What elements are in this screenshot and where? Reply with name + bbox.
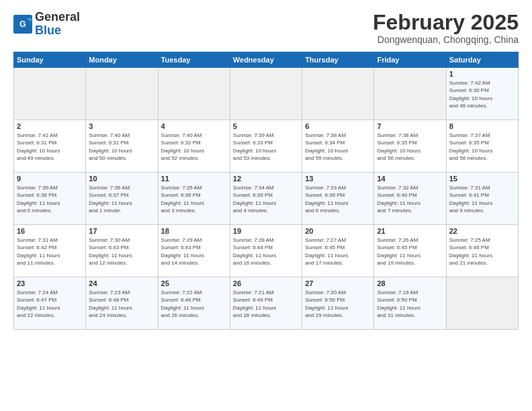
calendar-thead: SundayMondayTuesdayWednesdayThursdayFrid… — [14, 52, 519, 68]
calendar-cell — [158, 68, 230, 120]
weekday-header: Saturday — [446, 52, 518, 68]
day-info: Sunrise: 7:38 AM Sunset: 6:34 PM Dayligh… — [305, 132, 371, 162]
weekday-header: Wednesday — [230, 52, 302, 68]
calendar-week-row: 9Sunrise: 7:36 AM Sunset: 6:36 PM Daylig… — [14, 173, 519, 225]
day-info: Sunrise: 7:26 AM Sunset: 6:45 PM Dayligh… — [377, 236, 443, 267]
day-number: 4 — [161, 122, 227, 130]
day-number: 19 — [233, 227, 299, 235]
day-number: 15 — [449, 175, 515, 183]
day-number: 12 — [233, 175, 299, 183]
logo-general: General — [35, 10, 80, 24]
calendar-cell: 19Sunrise: 7:28 AM Sunset: 6:44 PM Dayli… — [230, 225, 302, 277]
calendar-page: G General Blue February 2025 Dongwenquan… — [0, 0, 532, 411]
calendar-cell: 11Sunrise: 7:35 AM Sunset: 6:38 PM Dayli… — [158, 173, 230, 225]
calendar-week-row: 16Sunrise: 7:31 AM Sunset: 6:42 PM Dayli… — [14, 225, 519, 277]
logo-text: General Blue — [35, 11, 80, 38]
day-info: Sunrise: 7:23 AM Sunset: 6:48 PM Dayligh… — [89, 289, 154, 319]
calendar-week-row: 23Sunrise: 7:24 AM Sunset: 6:47 PM Dayli… — [14, 277, 519, 330]
day-info: Sunrise: 7:27 AM Sunset: 6:45 PM Dayligh… — [305, 236, 371, 267]
day-info: Sunrise: 7:40 AM Sunset: 6:31 PM Dayligh… — [89, 132, 154, 162]
day-number: 25 — [161, 279, 227, 287]
logo: G General Blue — [13, 11, 80, 38]
calendar-cell: 27Sunrise: 7:20 AM Sunset: 6:50 PM Dayli… — [302, 277, 374, 330]
calendar-cell: 9Sunrise: 7:36 AM Sunset: 6:36 PM Daylig… — [14, 173, 86, 225]
day-info: Sunrise: 7:42 AM Sunset: 6:30 PM Dayligh… — [449, 79, 515, 109]
day-number: 23 — [17, 279, 83, 287]
weekday-header-row: SundayMondayTuesdayWednesdayThursdayFrid… — [14, 52, 519, 68]
day-info: Sunrise: 7:19 AM Sunset: 6:50 PM Dayligh… — [377, 289, 443, 319]
calendar-cell: 12Sunrise: 7:34 AM Sunset: 6:39 PM Dayli… — [230, 173, 302, 225]
calendar-cell: 6Sunrise: 7:38 AM Sunset: 6:34 PM Daylig… — [302, 120, 374, 173]
day-info: Sunrise: 7:37 AM Sunset: 6:35 PM Dayligh… — [449, 132, 515, 162]
day-info: Sunrise: 7:40 AM Sunset: 6:32 PM Dayligh… — [161, 132, 227, 162]
weekday-header: Tuesday — [158, 52, 230, 68]
day-number: 7 — [377, 122, 443, 130]
day-info: Sunrise: 7:21 AM Sunset: 6:49 PM Dayligh… — [233, 289, 299, 319]
logo-icon: G — [13, 15, 32, 34]
calendar-week-row: 2Sunrise: 7:41 AM Sunset: 6:31 PM Daylig… — [14, 120, 519, 173]
day-info: Sunrise: 7:29 AM Sunset: 6:43 PM Dayligh… — [161, 236, 227, 267]
day-number: 24 — [89, 279, 154, 287]
calendar-cell: 3Sunrise: 7:40 AM Sunset: 6:31 PM Daylig… — [86, 120, 158, 173]
day-info: Sunrise: 7:38 AM Sunset: 6:35 PM Dayligh… — [377, 132, 443, 162]
day-info: Sunrise: 7:33 AM Sunset: 6:39 PM Dayligh… — [305, 184, 371, 214]
day-number: 1 — [449, 70, 515, 78]
day-number: 10 — [89, 175, 154, 183]
calendar-subtitle: Dongwenquan, Chongqing, China — [373, 34, 519, 45]
day-number: 18 — [161, 227, 227, 235]
calendar-cell: 18Sunrise: 7:29 AM Sunset: 6:43 PM Dayli… — [158, 225, 230, 277]
calendar-cell: 14Sunrise: 7:32 AM Sunset: 6:40 PM Dayli… — [374, 173, 446, 225]
calendar-cell — [446, 277, 518, 330]
day-number: 13 — [305, 175, 371, 183]
day-number: 28 — [377, 279, 443, 287]
day-info: Sunrise: 7:32 AM Sunset: 6:40 PM Dayligh… — [377, 184, 443, 214]
logo-blue: Blue — [35, 24, 61, 37]
day-info: Sunrise: 7:25 AM Sunset: 6:46 PM Dayligh… — [449, 236, 515, 267]
day-info: Sunrise: 7:36 AM Sunset: 6:36 PM Dayligh… — [17, 184, 83, 214]
day-number: 20 — [305, 227, 371, 235]
calendar-cell: 13Sunrise: 7:33 AM Sunset: 6:39 PM Dayli… — [302, 173, 374, 225]
calendar-cell — [302, 68, 374, 120]
calendar-cell — [374, 68, 446, 120]
day-number: 3 — [89, 122, 154, 130]
svg-text:G: G — [19, 19, 26, 29]
calendar-cell: 8Sunrise: 7:37 AM Sunset: 6:35 PM Daylig… — [446, 120, 518, 173]
calendar-cell: 22Sunrise: 7:25 AM Sunset: 6:46 PM Dayli… — [446, 225, 518, 277]
calendar-title: February 2025 — [373, 11, 519, 34]
calendar-cell: 2Sunrise: 7:41 AM Sunset: 6:31 PM Daylig… — [14, 120, 86, 173]
day-number: 2 — [17, 122, 83, 130]
calendar-cell: 17Sunrise: 7:30 AM Sunset: 6:43 PM Dayli… — [86, 225, 158, 277]
calendar-cell: 24Sunrise: 7:23 AM Sunset: 6:48 PM Dayli… — [86, 277, 158, 330]
day-number: 14 — [377, 175, 443, 183]
calendar-cell: 4Sunrise: 7:40 AM Sunset: 6:32 PM Daylig… — [158, 120, 230, 173]
day-info: Sunrise: 7:36 AM Sunset: 6:37 PM Dayligh… — [89, 184, 154, 214]
calendar-cell: 10Sunrise: 7:36 AM Sunset: 6:37 PM Dayli… — [86, 173, 158, 225]
day-number: 17 — [89, 227, 154, 235]
calendar-cell: 20Sunrise: 7:27 AM Sunset: 6:45 PM Dayli… — [302, 225, 374, 277]
calendar-week-row: 1Sunrise: 7:42 AM Sunset: 6:30 PM Daylig… — [14, 68, 519, 120]
weekday-header: Friday — [374, 52, 446, 68]
day-number: 16 — [17, 227, 83, 235]
calendar-cell: 25Sunrise: 7:22 AM Sunset: 6:48 PM Dayli… — [158, 277, 230, 330]
day-number: 5 — [233, 122, 299, 130]
day-number: 9 — [17, 175, 83, 183]
title-block: February 2025 Dongwenquan, Chongqing, Ch… — [373, 11, 519, 45]
day-info: Sunrise: 7:22 AM Sunset: 6:48 PM Dayligh… — [161, 289, 227, 319]
calendar-cell: 15Sunrise: 7:31 AM Sunset: 6:41 PM Dayli… — [446, 173, 518, 225]
calendar-header: G General Blue February 2025 Dongwenquan… — [13, 11, 519, 45]
calendar-tbody: 1Sunrise: 7:42 AM Sunset: 6:30 PM Daylig… — [14, 68, 519, 330]
calendar-cell: 23Sunrise: 7:24 AM Sunset: 6:47 PM Dayli… — [14, 277, 86, 330]
calendar-cell — [14, 68, 86, 120]
day-info: Sunrise: 7:20 AM Sunset: 6:50 PM Dayligh… — [305, 289, 371, 319]
day-info: Sunrise: 7:35 AM Sunset: 6:38 PM Dayligh… — [161, 184, 227, 214]
day-number: 22 — [449, 227, 515, 235]
calendar-cell — [230, 68, 302, 120]
weekday-header: Thursday — [302, 52, 374, 68]
day-info: Sunrise: 7:31 AM Sunset: 6:41 PM Dayligh… — [449, 184, 515, 214]
day-info: Sunrise: 7:31 AM Sunset: 6:42 PM Dayligh… — [17, 236, 83, 267]
calendar-cell: 7Sunrise: 7:38 AM Sunset: 6:35 PM Daylig… — [374, 120, 446, 173]
day-number: 27 — [305, 279, 371, 287]
weekday-header: Monday — [86, 52, 158, 68]
day-number: 8 — [449, 122, 515, 130]
calendar-table: SundayMondayTuesdayWednesdayThursdayFrid… — [13, 52, 519, 330]
